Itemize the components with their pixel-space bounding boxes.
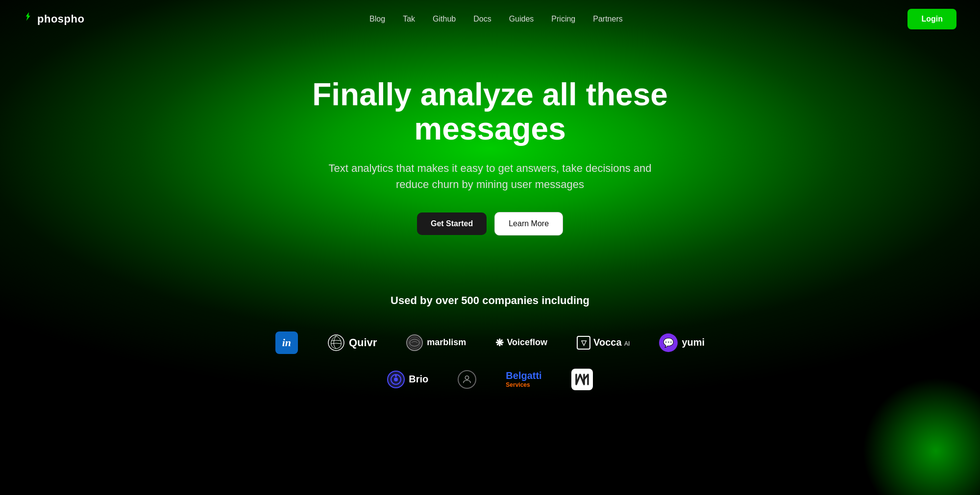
voiceflow-icon: ❋ [495, 337, 504, 349]
learn-more-button[interactable]: Learn More [494, 212, 563, 236]
unknown-person-logo [458, 370, 476, 389]
nav-links: Blog Tak Github Docs Guides Pricing Part… [369, 15, 623, 24]
navbar: phospho Blog Tak Github Docs Guides Pric… [0, 0, 980, 38]
hero-buttons: Get Started Learn More [417, 212, 563, 236]
marblism-svg [407, 334, 422, 351]
svg-point-5 [466, 376, 469, 379]
hero-subtitle: Text analytics that makes it easy to get… [323, 160, 657, 192]
hero-section: Finally analyze all these messages Text … [0, 38, 980, 265]
linkedin-icon: in [275, 331, 298, 354]
news-logo [571, 369, 593, 390]
quivr-text: Quivr [349, 336, 377, 349]
svg-point-1 [409, 336, 421, 349]
yumi-text: yumi [682, 337, 705, 348]
logo-text: phospho [37, 13, 84, 25]
quivr-icon [327, 334, 345, 352]
quivr-logo: Quivr [327, 334, 377, 352]
brio-text: Brio [409, 374, 428, 385]
nav-blog[interactable]: Blog [369, 15, 385, 23]
vocca-icon: ▽ [577, 336, 590, 350]
belgatti-logo: Belgatti Services [506, 370, 541, 388]
linkedin-logo: in [275, 331, 298, 354]
yumi-icon: 💬 [659, 333, 678, 352]
person-svg [462, 374, 472, 385]
svg-point-0 [328, 335, 344, 351]
nav-partners[interactable]: Partners [593, 15, 622, 23]
voiceflow-logo: ❋ Voiceflow [495, 337, 547, 349]
logos-row-2: Brio Belgatti Services [387, 369, 592, 390]
marblism-text: marblism [427, 337, 466, 348]
nav-guides[interactable]: Guides [509, 15, 534, 23]
vocca-logo: ▽ Vocca AI [577, 336, 630, 350]
get-started-button[interactable]: Get Started [417, 212, 487, 235]
brio-logo: Brio [387, 371, 428, 388]
brio-icon [387, 371, 405, 388]
yumi-logo: 💬 yumi [659, 333, 705, 352]
companies-heading: Used by over 500 companies including [391, 294, 589, 307]
belgatti-text-orange: Services [506, 381, 541, 388]
belgatti-text-blue: Belgatti [506, 370, 541, 381]
nav-pricing[interactable]: Pricing [551, 15, 575, 23]
svg-point-4 [395, 375, 397, 377]
logo[interactable]: phospho [24, 11, 84, 27]
vocca-text: Vocca AI [593, 337, 630, 348]
svg-point-3 [394, 377, 398, 381]
phospho-logo-icon [24, 11, 34, 27]
nav-tak[interactable]: Tak [403, 15, 415, 23]
nav-github[interactable]: Github [433, 15, 456, 23]
person-icon [458, 370, 476, 389]
hero-title: Finally analyze all these messages [270, 77, 710, 146]
logos-grid: in Quivr [245, 331, 735, 390]
news-svg [572, 370, 592, 389]
marblism-icon [406, 334, 423, 351]
logos-row-1: in Quivr [275, 331, 705, 354]
voiceflow-text: Voiceflow [507, 337, 547, 348]
belgatti-icon: Belgatti Services [506, 370, 541, 388]
login-button[interactable]: Login [907, 9, 956, 29]
nav-docs[interactable]: Docs [473, 15, 491, 23]
marblism-logo: marblism [406, 334, 466, 351]
companies-section: Used by over 500 companies including in [0, 265, 980, 429]
news-n-icon [571, 369, 593, 390]
brio-svg [389, 373, 403, 386]
